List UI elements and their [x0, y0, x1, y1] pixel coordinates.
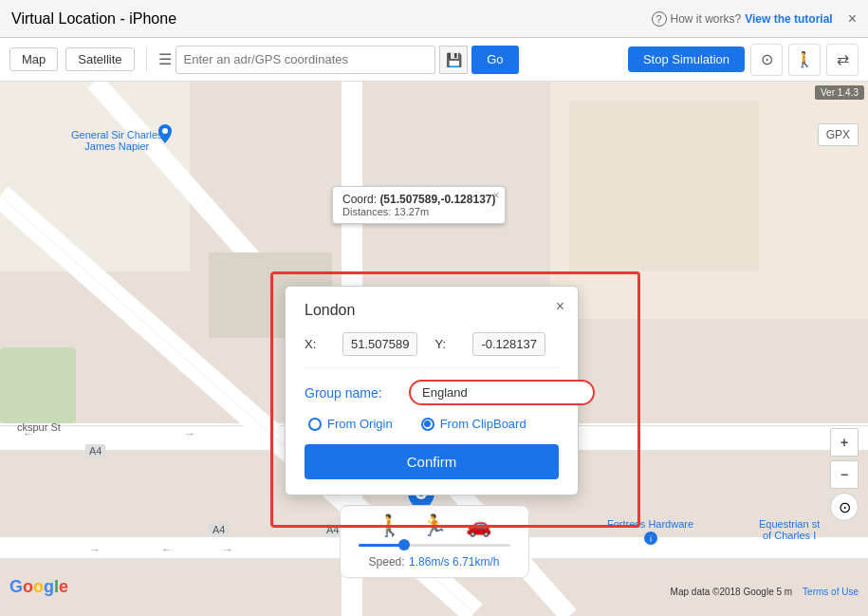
dialog-radio-row: From Origin From ClipBoard	[305, 417, 559, 431]
from-clipboard-option[interactable]: From ClipBoard	[421, 417, 526, 431]
share-icon-button[interactable]: ⇄	[826, 44, 859, 76]
dialog-xy-row: X: 51.507589 Y: -0.128137	[305, 332, 559, 356]
close-window-icon[interactable]: ×	[848, 10, 857, 28]
from-origin-option[interactable]: From Origin	[308, 417, 393, 431]
from-origin-label: From Origin	[327, 417, 393, 431]
toolbar-right: Stop Simulation ⊙ 🚶 ⇄	[628, 44, 859, 76]
dialog-overlay: London × X: 51.507589 Y: -0.128137 Group…	[0, 82, 868, 616]
dialog-title: London	[305, 302, 559, 319]
toolbar-divider	[146, 47, 147, 72]
from-origin-radio[interactable]	[308, 418, 322, 431]
dialog-divider	[305, 367, 559, 368]
go-button[interactable]: Go	[471, 46, 518, 74]
walk-icon-button[interactable]: 🚶	[788, 44, 821, 76]
toolbar: Map Satellite ☰ 💾 Go Stop Simulation ⊙ 🚶…	[0, 38, 868, 82]
map-tab[interactable]: Map	[9, 47, 58, 71]
app-title: Virtual Location - iPhone	[11, 10, 176, 28]
satellite-tab[interactable]: Satellite	[65, 47, 134, 71]
confirm-button[interactable]: Confirm	[305, 444, 559, 479]
address-input[interactable]	[175, 46, 436, 74]
help-section: ? How it works? View the tutorial	[652, 11, 833, 27]
view-tutorial-link[interactable]: View the tutorial	[745, 12, 832, 26]
stop-simulation-button[interactable]: Stop Simulation	[628, 47, 745, 72]
titlebar-right: ? How it works? View the tutorial ×	[652, 10, 858, 28]
from-clipboard-radio[interactable]	[421, 418, 434, 431]
save-button[interactable]: 💾	[439, 46, 468, 74]
y-value: -0.128137	[472, 332, 545, 356]
group-name-input[interactable]	[409, 380, 595, 405]
location-dialog: London × X: 51.507589 Y: -0.128137 Group…	[285, 286, 579, 495]
question-icon: ?	[652, 11, 667, 27]
x-value: 51.507589	[342, 332, 417, 356]
how-it-works-label: How it works?	[671, 12, 742, 26]
address-bar-container: ☰ 💾 Go	[158, 46, 519, 74]
target-icon-button[interactable]: ⊙	[750, 44, 783, 76]
group-name-label: Group name:	[305, 385, 399, 401]
y-label: Y:	[434, 337, 463, 351]
list-icon: ☰	[158, 50, 172, 68]
map-area[interactable]: → → → → ← ← Ver 1.4.3 GPX + − ⊙ General …	[0, 82, 868, 616]
dialog-close-button[interactable]: ×	[556, 298, 564, 315]
x-label: X:	[305, 337, 333, 351]
dialog-group-name-row: Group name:	[305, 380, 559, 405]
from-clipboard-label: From ClipBoard	[440, 417, 526, 431]
titlebar: Virtual Location - iPhone ? How it works…	[0, 0, 868, 38]
